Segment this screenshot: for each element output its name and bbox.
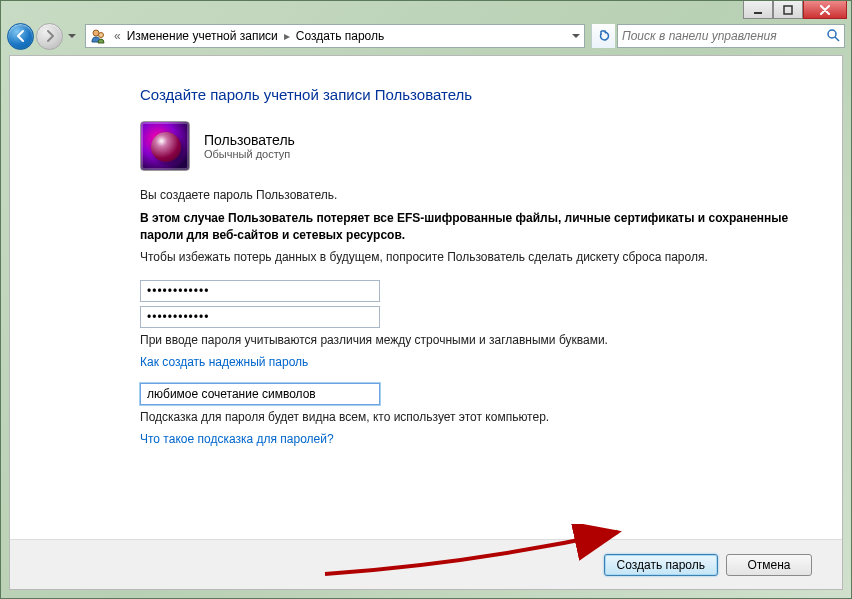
hint-note: Подсказка для пароля будет видна всем, к… [140,409,802,426]
nav-history-dropdown[interactable] [65,25,79,47]
case-note: При вводе пароля учитываются различия ме… [140,332,802,349]
svg-point-4 [828,30,836,38]
intro-text: Вы создаете пароль Пользователь. [140,187,802,204]
cancel-button[interactable]: Отмена [726,554,812,576]
address-dropdown[interactable] [566,25,584,47]
hint-help-link[interactable]: Что такое подсказка для паролей? [140,432,802,446]
search-box[interactable] [617,24,845,48]
search-icon[interactable] [826,28,840,45]
password-hint-field[interactable] [140,383,380,405]
svg-rect-0 [754,12,762,14]
window-minimize-button[interactable] [743,1,773,19]
svg-line-5 [835,37,839,41]
search-input[interactable] [622,29,826,43]
refresh-button[interactable] [591,24,615,48]
password-confirm-field[interactable] [140,306,380,328]
nav-forward-button[interactable] [36,23,63,50]
breadcrumb-item-1[interactable]: Изменение учетной записи [125,29,280,43]
breadcrumb-separator[interactable]: ▸ [280,29,294,43]
address-bar[interactable]: « Изменение учетной записи ▸ Создать пар… [85,24,585,48]
user-name: Пользователь [204,132,295,148]
user-role: Обычный доступ [204,148,295,160]
strong-password-link[interactable]: Как создать надежный пароль [140,355,802,369]
password-field[interactable] [140,280,380,302]
breadcrumb-separator[interactable]: « [110,29,125,43]
page-title: Создайте пароль учетной записи Пользоват… [140,86,802,103]
nav-back-button[interactable] [7,23,34,50]
button-bar: Создать пароль Отмена [10,539,842,589]
warning-text: В этом случае Пользователь потеряет все … [140,210,802,244]
breadcrumb-item-2[interactable]: Создать пароль [294,29,386,43]
toolbar: « Изменение учетной записи ▸ Создать пар… [7,19,845,53]
user-accounts-icon [90,28,106,44]
create-password-button[interactable]: Создать пароль [604,554,718,576]
window-close-button[interactable] [803,1,847,19]
window-maximize-button[interactable] [773,1,803,19]
user-avatar [140,121,190,171]
svg-point-3 [99,33,104,38]
svg-rect-1 [784,6,792,14]
title-bar [1,1,851,19]
advice-text: Чтобы избежать потерь данных в будущем, … [140,249,802,266]
